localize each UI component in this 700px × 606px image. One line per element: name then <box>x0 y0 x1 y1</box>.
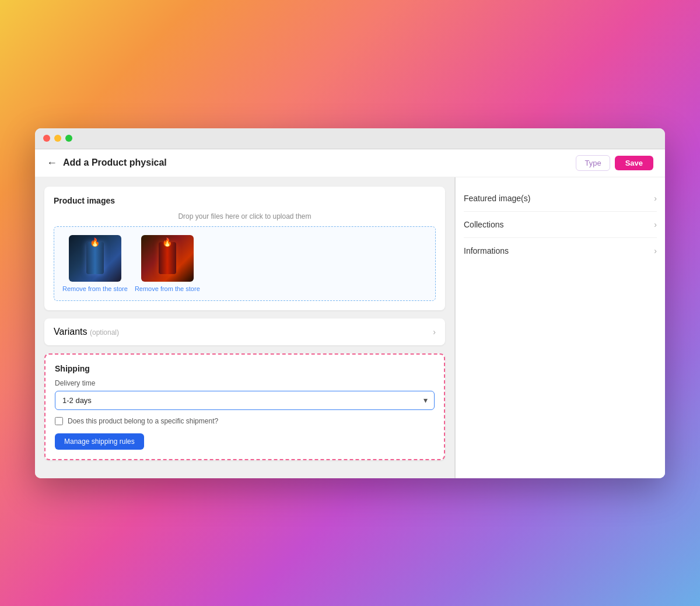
browser-content: ← Add a Product physical Type Save Produ… <box>35 149 665 478</box>
main-layout: Product images Drop your files here or c… <box>35 177 665 478</box>
image-grid: 🔥 Remove from the store 🔥 <box>62 235 427 292</box>
image-item: 🔥 Remove from the store <box>62 235 128 292</box>
browser-titlebar <box>35 128 665 149</box>
image-item: 🔥 Remove from the store <box>135 235 200 292</box>
left-column: Product images Drop your files here or c… <box>35 177 454 478</box>
collections-label: Collections <box>464 220 503 229</box>
back-button[interactable]: ← <box>47 157 57 169</box>
drop-hint: Drop your files here or click to upload … <box>54 212 436 220</box>
collections-chevron-icon: › <box>654 220 657 229</box>
shipment-checkbox-label: Does this product belong to a specific s… <box>68 417 218 425</box>
variants-text: Variants <box>54 327 88 337</box>
page-title: Add a Product physical <box>63 157 167 168</box>
variants-card[interactable]: Variants (optional) › <box>44 318 445 345</box>
can-visual-1: 🔥 <box>86 242 104 274</box>
product-image-1: 🔥 <box>69 235 121 282</box>
variants-label: Variants (optional) <box>54 327 119 337</box>
shipment-checkbox[interactable] <box>55 417 63 425</box>
delivery-time-label: Delivery time <box>55 379 435 387</box>
remove-image-2-link[interactable]: Remove from the store <box>135 285 200 292</box>
featured-images-label: Featured image(s) <box>464 194 530 203</box>
right-panel-featured-images[interactable]: Featured image(s) › <box>464 185 657 212</box>
manage-shipping-button[interactable]: Manage shipping rules <box>55 433 144 450</box>
right-column: Featured image(s) › Collections › Inform… <box>455 177 665 478</box>
delivery-time-select[interactable]: 1-2 days 3-5 days 5-7 days 7-14 days <box>55 391 435 410</box>
product-images-title: Product images <box>54 196 436 205</box>
browser-window: ← Add a Product physical Type Save Produ… <box>35 128 665 478</box>
shipping-title: Shipping <box>55 364 435 373</box>
fire-icon-1: 🔥 <box>90 237 100 247</box>
can-visual-2: 🔥 <box>159 242 176 274</box>
shipping-card: Shipping Delivery time 1-2 days 3-5 days… <box>44 353 445 460</box>
traffic-light-yellow[interactable] <box>54 135 61 142</box>
save-button[interactable]: Save <box>615 156 653 170</box>
product-images-card: Product images Drop your files here or c… <box>44 187 445 310</box>
header-right: Type Save <box>576 155 653 171</box>
page-header: ← Add a Product physical Type Save <box>35 149 665 177</box>
variants-optional-text: (optional) <box>90 328 119 337</box>
right-panel-collections[interactable]: Collections › <box>464 212 657 238</box>
variants-chevron-icon: › <box>433 327 436 337</box>
product-image-2: 🔥 <box>141 235 194 282</box>
informations-chevron-icon: › <box>654 246 657 255</box>
shipment-checkbox-row: Does this product belong to a specific s… <box>55 417 435 425</box>
type-button[interactable]: Type <box>576 155 610 171</box>
header-left: ← Add a Product physical <box>47 157 167 169</box>
featured-images-chevron-icon: › <box>654 194 657 203</box>
remove-image-1-link[interactable]: Remove from the store <box>62 285 128 292</box>
right-panel-informations[interactable]: Informations › <box>464 238 657 264</box>
traffic-light-red[interactable] <box>43 135 50 142</box>
informations-label: Informations <box>464 246 509 255</box>
image-upload-area[interactable]: 🔥 Remove from the store 🔥 <box>54 226 436 301</box>
delivery-select-wrapper: 1-2 days 3-5 days 5-7 days 7-14 days <box>55 391 435 410</box>
fire-icon-2: 🔥 <box>162 237 172 247</box>
traffic-light-green[interactable] <box>65 135 72 142</box>
